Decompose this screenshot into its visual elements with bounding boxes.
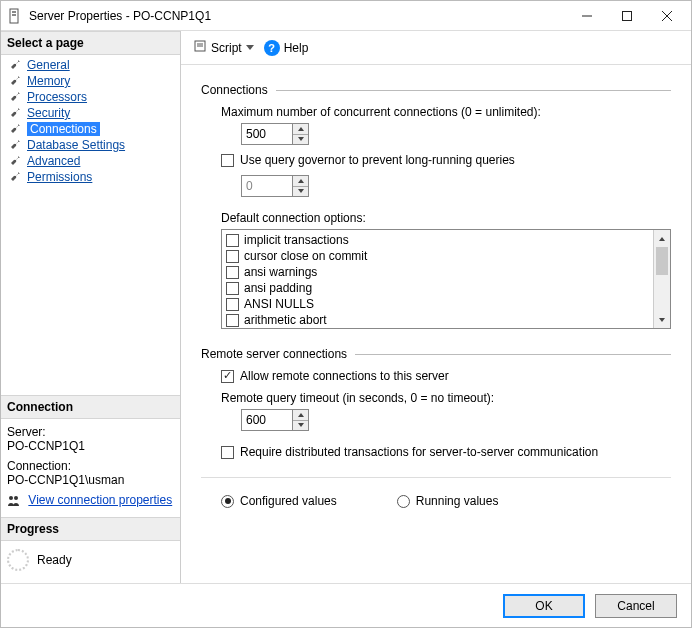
option-ansi-nulls[interactable]: ANSI NULLS xyxy=(226,296,649,312)
progress-area: Ready xyxy=(1,541,180,583)
progress-spinner-icon xyxy=(7,549,29,571)
progress-status: Ready xyxy=(37,553,72,567)
select-page-header: Select a page xyxy=(1,31,180,55)
listbox-scrollbar[interactable] xyxy=(653,230,670,328)
page-memory[interactable]: Memory xyxy=(5,73,180,89)
wrench-icon xyxy=(9,154,23,168)
page-processors[interactable]: Processors xyxy=(5,89,180,105)
page-label: Permissions xyxy=(27,170,92,184)
group-connections-label: Connections xyxy=(201,83,268,97)
svg-rect-4 xyxy=(623,11,632,20)
help-icon: ? xyxy=(264,40,280,56)
pages-list: General Memory Processors Security Conne… xyxy=(1,55,180,395)
running-values-label: Running values xyxy=(416,494,499,508)
max-connections-input[interactable] xyxy=(242,124,292,144)
checkbox-icon xyxy=(221,370,234,383)
max-connections-label: Maximum number of concurrent connections… xyxy=(221,105,671,119)
spin-up-button xyxy=(293,176,308,187)
remote-timeout-spinner[interactable] xyxy=(241,409,309,431)
page-database-settings[interactable]: Database Settings xyxy=(5,137,180,153)
help-button[interactable]: ? Help xyxy=(262,38,311,58)
minimize-button[interactable] xyxy=(567,2,607,30)
page-label: Database Settings xyxy=(27,138,125,152)
connection-header: Connection xyxy=(1,395,180,419)
max-connections-spinner[interactable] xyxy=(241,123,309,145)
ok-button[interactable]: OK xyxy=(503,594,585,618)
remote-timeout-label: Remote query timeout (in seconds, 0 = no… xyxy=(221,391,671,405)
script-label: Script xyxy=(211,41,242,55)
option-label: ansi padding xyxy=(244,280,312,296)
configured-values-radio[interactable]: Configured values xyxy=(221,494,337,508)
option-arithmetic-abort[interactable]: arithmetic abort xyxy=(226,312,649,328)
wrench-icon xyxy=(9,138,23,152)
help-label: Help xyxy=(284,41,309,55)
allow-remote-checkbox[interactable]: Allow remote connections to this server xyxy=(221,369,671,383)
checkbox-icon xyxy=(226,314,239,327)
scroll-down-button[interactable] xyxy=(654,311,670,328)
radio-icon xyxy=(221,495,234,508)
require-distributed-label: Require distributed transactions for ser… xyxy=(240,445,598,459)
page-label: General xyxy=(27,58,70,72)
page-security[interactable]: Security xyxy=(5,105,180,121)
cancel-button[interactable]: Cancel xyxy=(595,594,677,618)
dialog-footer: OK Cancel xyxy=(1,583,691,627)
option-label: ANSI NULLS xyxy=(244,296,314,312)
window-title: Server Properties - PO-CCNP1Q1 xyxy=(29,9,567,23)
scroll-thumb[interactable] xyxy=(656,247,668,275)
spin-down-button[interactable] xyxy=(293,421,308,431)
right-panel: Script ? Help Connections Maximum number… xyxy=(181,31,691,583)
spin-up-button[interactable] xyxy=(293,410,308,421)
running-values-radio[interactable]: Running values xyxy=(397,494,499,508)
page-label: Memory xyxy=(27,74,70,88)
progress-header: Progress xyxy=(1,517,180,541)
option-implicit-transactions[interactable]: implicit transactions xyxy=(226,232,649,248)
option-label: arithmetic abort xyxy=(244,312,327,328)
remote-timeout-input[interactable] xyxy=(242,410,292,430)
configured-values-label: Configured values xyxy=(240,494,337,508)
svg-rect-2 xyxy=(12,14,16,16)
script-button[interactable]: Script xyxy=(191,37,256,58)
option-label: implicit transactions xyxy=(244,232,349,248)
option-ansi-warnings[interactable]: ansi warnings xyxy=(226,264,649,280)
wrench-icon xyxy=(9,106,23,120)
spin-down-button[interactable] xyxy=(293,135,308,145)
group-connections: Connections xyxy=(201,83,671,97)
connection-info: Server: PO-CCNP1Q1 Connection: PO-CCNP1Q… xyxy=(1,419,180,517)
content-area: Connections Maximum number of concurrent… xyxy=(181,65,691,583)
checkbox-icon xyxy=(226,282,239,295)
wrench-icon xyxy=(9,74,23,88)
maximize-button[interactable] xyxy=(607,2,647,30)
divider xyxy=(201,477,671,478)
default-options-label: Default connection options: xyxy=(221,211,671,225)
people-icon xyxy=(7,495,21,507)
page-label: Connections xyxy=(27,122,100,136)
group-remote-label: Remote server connections xyxy=(201,347,347,361)
page-label: Processors xyxy=(27,90,87,104)
default-options-listbox[interactable]: implicit transactions cursor close on co… xyxy=(221,229,671,329)
page-permissions[interactable]: Permissions xyxy=(5,169,180,185)
page-general[interactable]: General xyxy=(5,57,180,73)
close-button[interactable] xyxy=(647,2,687,30)
use-query-governor-label: Use query governor to prevent long-runni… xyxy=(240,153,515,167)
option-label: ansi warnings xyxy=(244,264,317,280)
allow-remote-label: Allow remote connections to this server xyxy=(240,369,449,383)
divider xyxy=(276,90,671,91)
spin-up-button[interactable] xyxy=(293,124,308,135)
page-connections[interactable]: Connections xyxy=(5,121,180,137)
view-connection-properties-link[interactable]: View connection properties xyxy=(28,493,172,507)
wrench-icon xyxy=(9,90,23,104)
spin-down-button xyxy=(293,187,308,197)
option-cursor-close[interactable]: cursor close on commit xyxy=(226,248,649,264)
page-advanced[interactable]: Advanced xyxy=(5,153,180,169)
use-query-governor-checkbox[interactable]: Use query governor to prevent long-runni… xyxy=(221,153,671,167)
option-ansi-padding[interactable]: ansi padding xyxy=(226,280,649,296)
svg-point-7 xyxy=(9,496,13,500)
checkbox-icon xyxy=(226,234,239,247)
server-value: PO-CCNP1Q1 xyxy=(7,439,174,453)
require-distributed-checkbox[interactable]: Require distributed transactions for ser… xyxy=(221,445,671,459)
server-icon xyxy=(7,8,23,24)
scroll-up-button[interactable] xyxy=(654,230,670,247)
view-connection-properties[interactable]: View connection properties xyxy=(7,493,174,507)
scroll-track[interactable] xyxy=(654,247,670,311)
checkbox-icon xyxy=(221,154,234,167)
